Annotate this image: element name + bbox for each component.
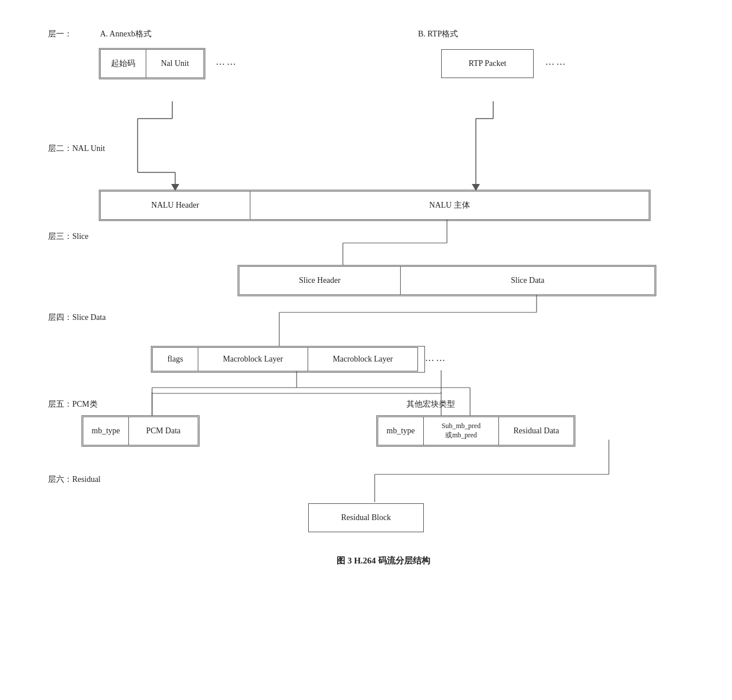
dots-l1a: ……	[216, 57, 238, 67]
layer4-label: 层四：Slice Data	[48, 312, 106, 323]
svg-marker-5	[171, 184, 179, 191]
macroblock2-box: Macroblock Layer	[308, 347, 418, 371]
layer1-a-label: A. Annexb格式	[100, 29, 151, 39]
nalu-header-box: NALU Header	[100, 191, 250, 220]
h264-diagram: 层一： A. Annexb格式 B. RTP格式 起始码 Nal Unit ………	[36, 17, 696, 654]
mb-type1-box: mb_type	[83, 417, 129, 445]
mb-type2-box: mb_type	[378, 417, 424, 445]
dots-l1b: ……	[545, 57, 567, 67]
residual-data-box: Residual Data	[499, 417, 574, 445]
macroblock1-box: Macroblock Layer	[198, 347, 308, 371]
layer6-label: 层六：Residual	[48, 474, 101, 485]
sub-mb-pred-box: Sub_mb_pred 或mb_pred	[424, 417, 499, 445]
pcm-data-box: PCM Data	[129, 417, 198, 445]
layer2-label: 层二：NAL Unit	[48, 143, 105, 154]
qishi-box: 起始码	[100, 49, 146, 78]
slice-data-box: Slice Data	[401, 266, 655, 295]
residual-block-box: Residual Block	[308, 503, 424, 532]
layer5-label: 层五：PCM类	[48, 399, 98, 410]
flags-box: flags	[152, 347, 198, 371]
layer1-b-label: B. RTP格式	[418, 29, 458, 39]
svg-marker-10	[472, 184, 480, 191]
diagram-caption: 图 3 H.264 码流分层结构	[210, 555, 557, 566]
layer3-label: 层三：Slice	[48, 231, 88, 242]
slice-header-box: Slice Header	[239, 266, 401, 295]
dots-slicedata: ……	[425, 353, 447, 363]
rtp-packet-box: RTP Packet	[441, 49, 534, 78]
layer1-label: 层一：	[48, 29, 72, 39]
nal-unit-box: Nal Unit	[146, 49, 204, 78]
nalu-body-box: NALU 主体	[250, 191, 649, 220]
layer5-other: 其他宏块类型	[406, 399, 455, 410]
